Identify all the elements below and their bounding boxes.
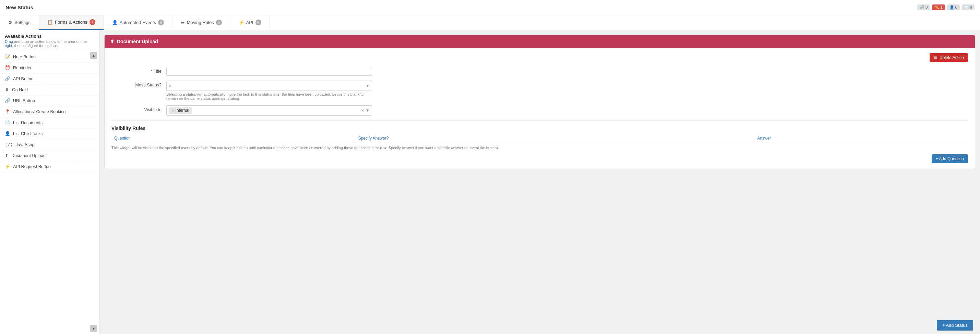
note-button-icon: 📝 — [5, 54, 10, 59]
document-upload-icon: ⬆ — [5, 153, 9, 158]
vr-col-specify: Specify Answer? — [356, 134, 755, 142]
badge-mail: ✉️ 0 — [962, 5, 975, 10]
move-status-clear[interactable]: × — [169, 83, 172, 89]
tag-label-internal: Internal — [175, 108, 189, 113]
scroll-down-arrow[interactable]: ▼ — [90, 325, 97, 332]
top-bar: New Status 🔗 0 ✏️ 1 👤 0 ✉️ 0 — [0, 0, 980, 15]
rules-icon: ☰ — [181, 20, 185, 25]
delete-action-button[interactable]: 🗑 Delete Action — [930, 53, 968, 62]
sidebar-item-on-hold[interactable]: ⏸ On Hold — [0, 84, 99, 95]
sidebar-list: 📝 Note Button ⏰ Reminder 🔗 API Button ⏸ … — [0, 50, 99, 334]
move-status-label: Move Status? — [111, 81, 166, 87]
sidebar-item-note-button[interactable]: 📝 Note Button — [0, 51, 99, 62]
rules-badge: 0 — [216, 19, 222, 25]
tab-moving-rules[interactable]: ☰ Moving Rules 0 — [172, 15, 231, 30]
sidebar-item-list-child-tasks[interactable]: 👤 List Child Tasks — [0, 128, 99, 139]
action-card-body: 🗑 Delete Action * Title Move Status? × — [105, 48, 975, 169]
javascript-icon: ⟨/⟩ — [5, 142, 13, 147]
move-status-row: Move Status? × ▼ Selecting a status will… — [111, 81, 968, 100]
sidebar: Available Actions Drag and drop an actio… — [0, 30, 99, 334]
badge-user: 👤 0 — [947, 5, 960, 10]
api-badge: 0 — [255, 19, 261, 25]
list-documents-icon: 📄 — [5, 120, 10, 125]
url-button-label: URL Button — [13, 99, 35, 103]
settings-icon: ⚙ — [8, 20, 12, 25]
visibility-rules: Visibility Rules Question Specify Answer… — [111, 120, 968, 163]
api-request-label: API Request Button — [13, 164, 51, 169]
javascript-label: JavaScript — [16, 142, 35, 147]
add-question-button[interactable]: + Add Question — [932, 154, 968, 163]
on-hold-icon: ⏸ — [5, 87, 9, 92]
move-status-select[interactable]: × ▼ — [166, 81, 372, 91]
sidebar-item-api-request-button[interactable]: ⚡ API Request Button — [0, 161, 99, 172]
list-child-tasks-label: List Child Tasks — [13, 131, 43, 136]
list-child-tasks-icon: 👤 — [5, 131, 10, 136]
tabs-bar: ⚙ Settings 📋 Forms & Actions 1 👤 Automat… — [0, 15, 980, 30]
sidebar-item-reminder[interactable]: ⏰ Reminder — [0, 62, 99, 73]
visibility-rules-table: Question Specify Answer? Answer — [111, 134, 968, 142]
sidebar-header: Available Actions Drag and drop an actio… — [0, 30, 99, 50]
visible-to-arrow: ▼ — [366, 108, 370, 113]
visible-to-label: Visible to — [111, 105, 166, 112]
api-request-icon: ⚡ — [5, 164, 10, 169]
visible-to-row: Visible to × Internal × ▼ — [111, 105, 968, 116]
bottom-bar: + Add Status — [930, 317, 980, 334]
document-upload-label: Document Upload — [11, 153, 46, 158]
title-input[interactable] — [166, 67, 372, 76]
tab-automated-events[interactable]: 👤 Automated Events 0 — [104, 15, 172, 30]
scroll-up-arrow[interactable]: ▲ — [90, 52, 97, 59]
delete-icon: 🗑 — [934, 55, 938, 60]
sidebar-item-document-upload[interactable]: ⬆ Document Upload — [0, 150, 99, 161]
sidebar-description: Drag and drop an action below to the are… — [5, 40, 94, 48]
forms-badge: 1 — [89, 19, 95, 25]
list-documents-label: List Documents — [13, 120, 43, 125]
main-layout: Available Actions Drag and drop an actio… — [0, 30, 980, 334]
card-header-icon: ⬆ — [110, 39, 114, 44]
tab-forms-actions[interactable]: 📋 Forms & Actions 1 — [39, 15, 104, 30]
tab-api[interactable]: ⚡ API 0 — [231, 15, 270, 30]
on-hold-label: On Hold — [12, 87, 28, 92]
api-icon: ⚡ — [239, 20, 244, 25]
page-title: New Status — [5, 5, 917, 10]
top-bar-badges: 🔗 0 ✏️ 1 👤 0 ✉️ 0 — [917, 5, 975, 10]
note-button-label: Note Button — [13, 54, 36, 59]
reminder-icon: ⏰ — [5, 65, 10, 70]
api-button-icon: 🔗 — [5, 76, 10, 81]
forms-icon: 📋 — [47, 19, 53, 25]
sidebar-item-url-button[interactable]: 🔗 URL Button — [0, 95, 99, 106]
action-card: ⬆ Document Upload 🗑 Delete Action * Titl… — [104, 35, 975, 169]
vr-hint: This widget will be visible to the speci… — [111, 145, 968, 151]
card-header-title: Document Upload — [117, 39, 158, 44]
visible-to-select[interactable]: × Internal × ▼ — [166, 105, 372, 116]
badge-link: 🔗 0 — [917, 5, 930, 10]
vr-col-answer: Answer — [754, 134, 968, 142]
title-label: * Title — [111, 67, 166, 74]
tab-settings[interactable]: ⚙ Settings — [0, 15, 39, 30]
allocations-icon: 📍 — [5, 109, 10, 114]
move-status-hint: Selecting a status will automatically mo… — [166, 92, 372, 100]
sidebar-heading: Available Actions — [5, 33, 94, 39]
events-badge: 0 — [158, 19, 164, 25]
action-card-header: ⬆ Document Upload — [105, 35, 975, 48]
move-status-arrow: ▼ — [366, 83, 370, 88]
visibility-rules-heading: Visibility Rules — [111, 126, 968, 131]
content-area: ⬆ Document Upload 🗑 Delete Action * Titl… — [99, 30, 980, 334]
vr-col-question: Question — [111, 134, 356, 142]
api-button-label: API Button — [13, 76, 33, 81]
badge-edit: ✏️ 1 — [932, 5, 945, 10]
allocations-label: Allocations: Create Booking — [13, 110, 66, 114]
sidebar-item-list-documents[interactable]: 📄 List Documents — [0, 117, 99, 128]
sidebar-item-allocations[interactable]: 📍 Allocations: Create Booking — [0, 106, 99, 117]
sidebar-item-api-button[interactable]: 🔗 API Button — [0, 73, 99, 84]
add-status-button[interactable]: + Add Status — [937, 320, 973, 331]
title-row: * Title — [111, 67, 968, 76]
sidebar-list-wrap: ▲ 📝 Note Button ⏰ Reminder 🔗 API Button … — [0, 50, 99, 334]
vr-table-header-row: Question Specify Answer? Answer — [111, 134, 968, 142]
reminder-label: Reminder — [13, 65, 32, 70]
tag-x-internal[interactable]: × — [172, 108, 174, 113]
visible-to-clear[interactable]: × — [361, 108, 364, 113]
url-button-icon: 🔗 — [5, 98, 10, 103]
sidebar-item-javascript[interactable]: ⟨/⟩ JavaScript — [0, 139, 99, 150]
visible-to-tag-internal: × Internal — [169, 107, 192, 114]
drag-text: Drag — [5, 40, 13, 43]
